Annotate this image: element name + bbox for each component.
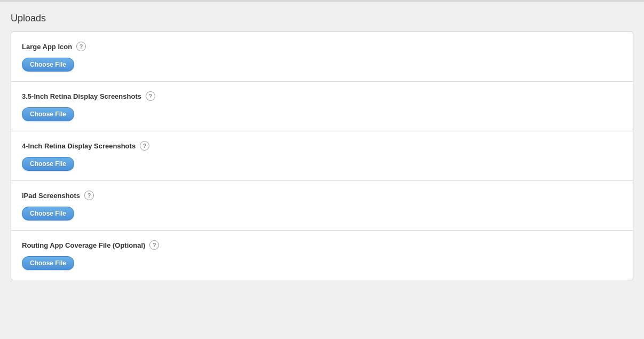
retina-35-choose-file-button[interactable]: Choose File bbox=[22, 107, 74, 121]
upload-row-large-app-icon: Large App Icon ? Choose File bbox=[11, 32, 633, 82]
upload-row-label: 3.5-Inch Retina Display Screenshots ? bbox=[22, 91, 622, 101]
large-app-icon-help-icon[interactable]: ? bbox=[76, 42, 86, 51]
upload-row-retina-4: 4-Inch Retina Display Screenshots ? Choo… bbox=[11, 131, 633, 181]
upload-row-label: Large App Icon ? bbox=[22, 42, 622, 51]
upload-row-ipad: iPad Screenshots ? Choose File bbox=[11, 181, 633, 231]
uploads-title: Uploads bbox=[11, 13, 633, 24]
uploads-container: Large App Icon ? Choose File 3.5-Inch Re… bbox=[11, 31, 633, 280]
routing-choose-file-button[interactable]: Choose File bbox=[22, 256, 74, 270]
upload-row-routing: Routing App Coverage File (Optional) ? C… bbox=[11, 231, 633, 280]
retina-35-help-icon[interactable]: ? bbox=[146, 91, 155, 101]
ipad-screenshots-help-icon[interactable]: ? bbox=[84, 191, 94, 200]
retina-4-help-icon[interactable]: ? bbox=[140, 141, 149, 151]
routing-coverage-title: Routing App Coverage File (Optional) bbox=[22, 241, 145, 249]
page-wrapper: Uploads Large App Icon ? Choose File 3.5… bbox=[0, 0, 644, 291]
upload-row-label: iPad Screenshots ? bbox=[22, 191, 622, 200]
retina-4-choose-file-button[interactable]: Choose File bbox=[22, 157, 74, 171]
ipad-choose-file-button[interactable]: Choose File bbox=[22, 207, 74, 220]
uploads-section: Uploads Large App Icon ? Choose File 3.5… bbox=[0, 2, 644, 291]
large-app-icon-title: Large App Icon bbox=[22, 43, 72, 51]
upload-row-label: 4-Inch Retina Display Screenshots ? bbox=[22, 141, 622, 151]
routing-coverage-help-icon[interactable]: ? bbox=[149, 240, 159, 250]
retina-35-title: 3.5-Inch Retina Display Screenshots bbox=[22, 92, 141, 100]
retina-4-title: 4-Inch Retina Display Screenshots bbox=[22, 142, 136, 150]
upload-row-label: Routing App Coverage File (Optional) ? bbox=[22, 240, 622, 250]
ipad-screenshots-title: iPad Screenshots bbox=[22, 192, 80, 200]
upload-row-retina-35: 3.5-Inch Retina Display Screenshots ? Ch… bbox=[11, 82, 633, 131]
large-app-icon-choose-file-button[interactable]: Choose File bbox=[22, 58, 74, 72]
